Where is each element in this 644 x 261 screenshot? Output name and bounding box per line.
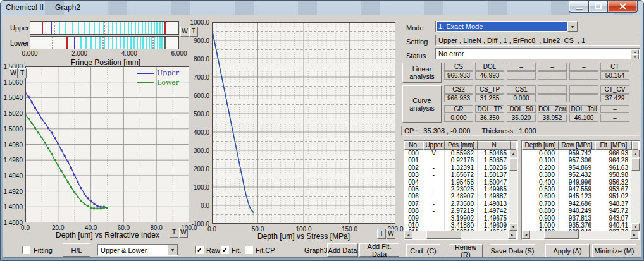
add-fit-data-button[interactable]: Add Fit. Data bbox=[359, 243, 399, 257]
column-header[interactable]: No. bbox=[404, 141, 423, 150]
stress-t-button[interactable]: T bbox=[189, 27, 198, 37]
table-cell: 1.50357 bbox=[478, 157, 511, 164]
refr-t2-button[interactable]: T bbox=[170, 228, 178, 238]
scroll-up-icon[interactable]: ▲ bbox=[509, 150, 517, 157]
mode-label: Mode bbox=[406, 24, 424, 32]
checkbox-fitcp[interactable] bbox=[245, 246, 253, 254]
close-window-button[interactable] bbox=[607, 1, 638, 13]
spinner-down-icon[interactable]: ▼ bbox=[631, 54, 639, 59]
dropdown-arrow-icon[interactable]: ▼ bbox=[567, 21, 578, 32]
scroll-thumb[interactable] bbox=[544, 231, 579, 239]
spinner-up-icon[interactable]: ▲ bbox=[631, 49, 639, 54]
column-header[interactable]: Depth [um] bbox=[522, 141, 559, 150]
table-cell: 1.49887 bbox=[478, 193, 511, 200]
minimize-button[interactable]: Minimize (M) bbox=[592, 244, 636, 257]
column-header[interactable]: Raw [MPa] bbox=[559, 141, 595, 150]
table-row[interactable]: 009-3.199021.49675 bbox=[404, 215, 511, 222]
table-row[interactable]: 008-2.972191.49742 bbox=[404, 207, 511, 214]
minimize-window-button[interactable] bbox=[569, 1, 589, 13]
cnd-button[interactable]: Cnd. (C) bbox=[406, 244, 440, 257]
vertical-scrollbar[interactable]: ▲▼ bbox=[509, 150, 517, 231]
scroll-thumb[interactable] bbox=[631, 158, 640, 171]
table-row[interactable]: 002-1.323911.50236 bbox=[404, 164, 511, 171]
table-row[interactable]: 004-1.954551.50047 bbox=[404, 179, 511, 186]
table-row[interactable]: 007-2.735801.49813 bbox=[404, 200, 511, 207]
maximize-window-button[interactable] bbox=[589, 1, 607, 13]
table-cell: 952.432 bbox=[559, 171, 595, 178]
scroll-right-icon[interactable]: ► bbox=[630, 231, 638, 239]
table-row[interactable]: 010-3.418801.49609 bbox=[404, 222, 511, 229]
y-tick-label: 1000.0 bbox=[182, 19, 209, 26]
table-row[interactable]: 0.500947.559953.67 bbox=[522, 186, 632, 193]
column-header[interactable]: Fit. [MPa] bbox=[595, 141, 632, 150]
column-header[interactable]: Upper bbox=[423, 141, 445, 150]
mode-combobox[interactable]: 1. Exact Mode ▼ bbox=[435, 21, 578, 32]
horizontal-scrollbar[interactable]: ◄► bbox=[522, 231, 638, 239]
status-field[interactable]: No error ▲ ▼ bbox=[435, 48, 640, 59]
fringe-mark-cyan bbox=[99, 37, 101, 49]
scroll-thumb[interactable] bbox=[509, 158, 517, 171]
hl-button[interactable]: H/L bbox=[63, 243, 90, 257]
table-row[interactable]: 0.800940.249945.72 bbox=[522, 207, 632, 214]
dropdown-arrow-icon[interactable]: ▼ bbox=[168, 245, 178, 255]
scroll-down-icon[interactable]: ▼ bbox=[631, 223, 640, 231]
client-area: Upper Lower 0.0002.0004.0006.000 Fringe … bbox=[3, 15, 641, 258]
checkbox-fit[interactable]: ✓ bbox=[221, 246, 229, 254]
minimize-icon bbox=[576, 8, 583, 9]
scroll-left-icon[interactable]: ◄ bbox=[404, 231, 412, 239]
renew-button[interactable]: Renew (R) bbox=[449, 244, 483, 257]
analysis-value-cell: 50.154 bbox=[600, 71, 629, 80]
fringe-mark-cyan bbox=[133, 37, 135, 49]
scroll-thumb[interactable] bbox=[426, 231, 461, 239]
scroll-up-icon[interactable]: ▲ bbox=[631, 150, 640, 157]
stress-w-button[interactable]: W bbox=[180, 27, 189, 37]
analysis-value-cell: 46.993 bbox=[475, 71, 504, 80]
cp-thickness-line: CP : 35.308 , -0.000 Thickness : 1.000 bbox=[401, 126, 640, 136]
table-row[interactable]: 005-2.230251.49965 bbox=[404, 186, 511, 193]
save-data-button[interactable]: Save Data (S) bbox=[490, 244, 535, 257]
fringe-mark-cyan bbox=[116, 22, 117, 34]
table-row[interactable]: 0.000959.742966.93 bbox=[522, 150, 632, 157]
scroll-right-icon[interactable]: ► bbox=[508, 231, 516, 239]
table-row[interactable]: 0.900937.813943.07 bbox=[522, 215, 632, 222]
titlebar[interactable]: Chemical II Graph2 bbox=[1, 1, 643, 15]
y-tick-label: 0.0 bbox=[182, 202, 209, 209]
table-row[interactable]: 0.600945.123951.02 bbox=[522, 193, 632, 200]
analysis-value-cell: – bbox=[569, 94, 598, 102]
fringe-mark-dash bbox=[54, 22, 55, 34]
table-row[interactable]: 0.300952.432958.98 bbox=[522, 171, 632, 178]
fitting-checkbox[interactable] bbox=[22, 246, 30, 254]
stress-t2-button[interactable]: T bbox=[377, 229, 386, 239]
fringe-mark-cyan bbox=[78, 22, 79, 34]
refr-axis-title: Depth [um] vs Refractive Index bbox=[56, 231, 159, 240]
column-header[interactable]: Pos.[mm] bbox=[445, 141, 478, 150]
table-row[interactable]: 0.200954.869961.63 bbox=[522, 164, 632, 171]
scroll-down-icon[interactable]: ▼ bbox=[509, 223, 517, 231]
analysis-header-cell: – bbox=[569, 85, 598, 94]
table-row[interactable]: 0.400949.996956.32 bbox=[522, 179, 632, 186]
vertical-scrollbar[interactable]: ▲▼ bbox=[631, 150, 640, 231]
add-data-button[interactable]: Add Data bbox=[327, 243, 358, 257]
scope-combobox[interactable]: Upper & Lower ▼ bbox=[97, 244, 178, 256]
apply-button[interactable]: Apply (A) bbox=[545, 244, 590, 257]
status-spinner[interactable]: ▲ ▼ bbox=[631, 49, 639, 58]
close-icon bbox=[619, 3, 626, 9]
column-header[interactable]: N bbox=[478, 141, 511, 150]
refr-w2-button[interactable]: W bbox=[179, 228, 188, 238]
table-row[interactable]: 000V0.559821.50465 bbox=[404, 150, 511, 157]
table-row[interactable]: 1.000935.376940.41 bbox=[522, 222, 632, 229]
table-row[interactable]: 006-2.489071.49887 bbox=[404, 193, 511, 200]
table-row[interactable]: 0.700942.686948.37 bbox=[522, 200, 632, 207]
analysis-value-cell: 0.000 bbox=[507, 94, 536, 102]
table-row[interactable]: 003-1.656721.50137 bbox=[404, 171, 511, 178]
refr-w-button[interactable]: W bbox=[9, 68, 18, 78]
scroll-left-icon[interactable]: ◄ bbox=[522, 231, 530, 239]
table-row[interactable]: 001-0.921761.50357 bbox=[404, 157, 511, 164]
stress-w2-button[interactable]: W bbox=[387, 229, 395, 239]
horizontal-scrollbar[interactable]: ◄► bbox=[404, 231, 516, 239]
checkbox-raw[interactable]: ✓ bbox=[195, 246, 204, 254]
fitting-label: Fitting bbox=[34, 246, 53, 254]
y-tick-label: 100.0 bbox=[182, 184, 209, 191]
refr-t-button[interactable]: T bbox=[18, 68, 27, 78]
table-row[interactable]: 0.100957.306964.28 bbox=[522, 157, 632, 164]
